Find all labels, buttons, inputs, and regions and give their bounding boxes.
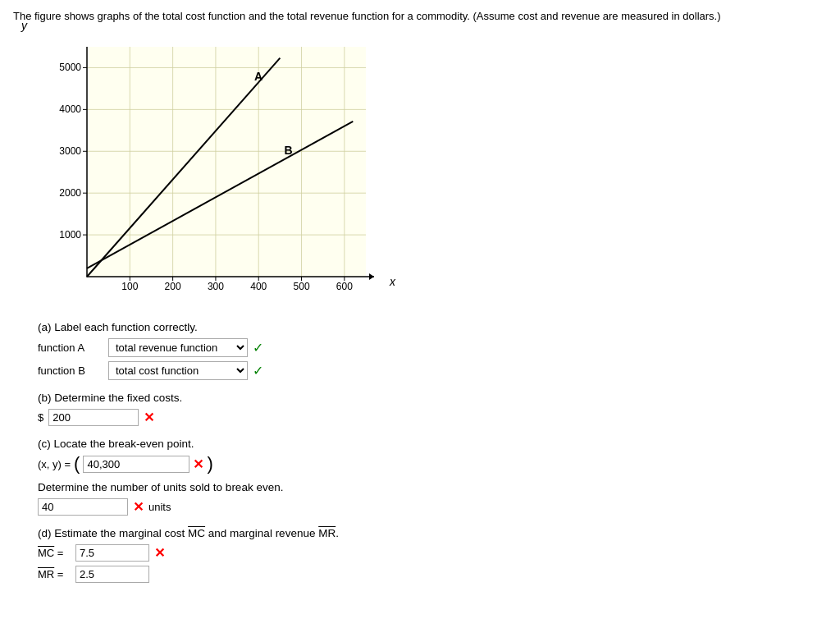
part-b-section: (b) Determine the fixed costs. $ ✕ — [38, 392, 827, 426]
part-c-section: (c) Locate the break-even point. (x, y) … — [38, 438, 827, 516]
mr-row: MR = — [38, 566, 827, 583]
function-b-check-icon: ✓ — [253, 363, 263, 378]
mr-label: MR = — [38, 568, 71, 580]
mr-overline: MR — [318, 527, 336, 539]
function-a-select[interactable]: total revenue function total cost functi… — [108, 338, 248, 357]
intro-text: The figure shows graphs of the total cos… — [13, 10, 827, 22]
chart-container: y x — [38, 30, 382, 310]
function-b-select[interactable]: total revenue function total cost functi… — [108, 361, 248, 380]
units-label: units — [148, 501, 171, 513]
break-even-row: (x, y) = ( ✕ ) — [38, 455, 827, 473]
mc-input[interactable] — [75, 544, 149, 562]
fixed-cost-cross-icon: ✕ — [144, 410, 154, 425]
units-cross-icon: ✕ — [133, 499, 144, 515]
part-d-title: (d) Estimate the marginal cost MC and ma… — [38, 527, 827, 539]
dollar-label: $ — [38, 411, 43, 424]
right-paren: ) — [207, 455, 212, 473]
part-d-section: (d) Estimate the marginal cost MC and ma… — [38, 527, 827, 583]
mc-row: MC = ✕ — [38, 544, 827, 562]
break-even-cross-icon: ✕ — [193, 456, 203, 472]
break-even-input[interactable] — [83, 456, 189, 473]
part-a-title: (a) Label each function correctly. — [38, 321, 827, 333]
units-title: Determine the number of units sold to br… — [38, 481, 827, 493]
y-axis-label: y — [21, 19, 27, 32]
function-a-label: function A — [38, 342, 103, 354]
units-section: Determine the number of units sold to br… — [38, 481, 827, 516]
function-b-label: function B — [38, 365, 103, 377]
x-axis-label: x — [390, 275, 395, 288]
part-c-title: (c) Locate the break-even point. — [38, 438, 827, 450]
mc-label: MC = — [38, 547, 71, 559]
mc-cross-icon: ✕ — [154, 545, 165, 561]
xy-label: (x, y) = — [38, 458, 71, 470]
left-paren: ( — [74, 455, 80, 473]
fixed-cost-input[interactable] — [48, 409, 139, 426]
units-input-row: ✕ units — [38, 498, 827, 516]
mr-input[interactable] — [75, 566, 149, 583]
part-a-section: (a) Label each function correctly. funct… — [38, 321, 827, 380]
function-a-check-icon: ✓ — [253, 340, 263, 355]
part-b-input-row: $ ✕ — [38, 409, 827, 426]
function-a-row: function A total revenue function total … — [38, 338, 827, 357]
chart-area: y x — [38, 30, 382, 310]
units-input[interactable] — [38, 498, 128, 516]
part-b-title: (b) Determine the fixed costs. — [38, 392, 827, 404]
chart-canvas — [38, 30, 382, 310]
function-b-row: function B total revenue function total … — [38, 361, 827, 380]
mc-overline: MC — [188, 527, 205, 539]
